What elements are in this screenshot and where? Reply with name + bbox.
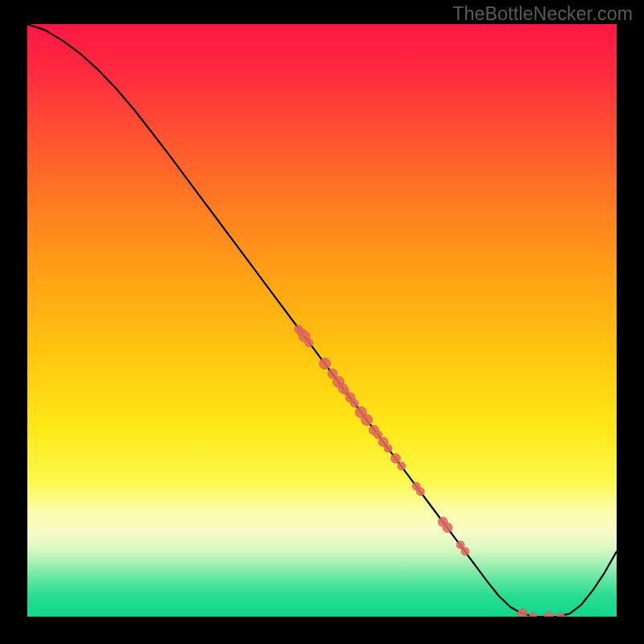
data-point <box>461 547 469 555</box>
chart-container: TheBottleNecker.com <box>0 0 644 644</box>
data-point <box>416 488 424 496</box>
data-point <box>398 462 406 470</box>
data-point <box>443 523 452 533</box>
data-point <box>305 339 313 347</box>
gradient-bg <box>27 24 617 617</box>
data-point <box>518 609 527 617</box>
data-point <box>391 453 401 463</box>
data-point <box>361 415 373 426</box>
data-point <box>320 358 331 369</box>
data-point <box>384 444 392 452</box>
plot-area <box>27 24 617 617</box>
watermark-text: TheBottleNecker.com <box>452 3 633 25</box>
data-point <box>350 399 358 407</box>
chart-svg <box>27 24 617 617</box>
